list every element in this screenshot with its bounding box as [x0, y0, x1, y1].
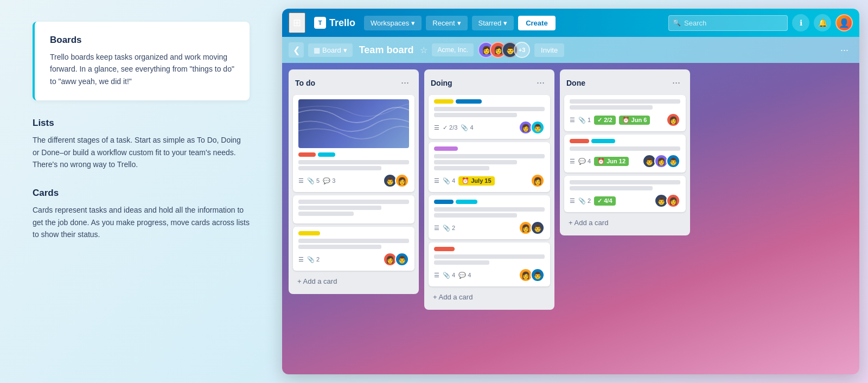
checklist-badge: ✓ 2/3 [443, 124, 457, 131]
list-badge: ☰ [434, 124, 439, 131]
card-todo-2[interactable] [293, 195, 414, 224]
card-lines [570, 99, 680, 110]
chevron-down-icon: ▾ [457, 19, 461, 27]
starred-button[interactable]: Starred ▾ [472, 16, 514, 30]
card-todo-1[interactable]: ☰ 📎 5 💬 3 👨 👩 [293, 95, 414, 192]
attachment-badge: 📎 4 [443, 177, 455, 184]
list-menu-todo[interactable]: ··· [398, 76, 412, 90]
attachment-badge: 📎 2 [578, 197, 591, 205]
star-button[interactable]: ☆ [420, 45, 427, 55]
list-todo: To do ··· [289, 69, 419, 294]
card-doing-3[interactable]: ☰ 📎 2 👩 👨 [429, 195, 550, 239]
add-card-done[interactable]: + Add a card [564, 215, 686, 230]
card-lines [434, 207, 545, 218]
card-meta: ☰ 📎 2 👩 👨 [298, 252, 409, 266]
card-badges: ☰ 📎 4 ⏰ July 15 [434, 176, 495, 186]
list-badge: ☰ [298, 256, 304, 263]
card-avatar: 👩 [395, 174, 409, 188]
label-cyan [318, 152, 335, 157]
lists-text: The different stages of a task. Start as… [33, 134, 250, 170]
label-purple [434, 146, 458, 151]
info-button[interactable]: ℹ [792, 14, 809, 31]
card-meta: ☰ 📎 4 ⏰ July 15 👩 [434, 174, 545, 188]
search-input[interactable] [668, 15, 788, 31]
notifications-button[interactable]: 🔔 [814, 14, 831, 31]
card-avatar: 👨 [395, 252, 409, 266]
boards-text: Trello boards keep tasks organized and w… [50, 51, 234, 87]
member-count[interactable]: +3 [514, 42, 530, 58]
card-done-3[interactable]: ☰ 📎 2 ✓ 4/4 👨 👩 [564, 176, 686, 212]
list-done: Done ··· ☰ 📎 1 ✓ 2/2 ⏰ Jun 6 [560, 69, 690, 235]
left-panel: Boards Trello boards keep tasks organize… [0, 0, 282, 383]
label-yellow [434, 99, 454, 104]
date-badge-green: ⏰ Jun 6 [619, 116, 650, 125]
card-done-1[interactable]: ☰ 📎 1 ✓ 2/2 ⏰ Jun 6 👩 [564, 95, 686, 131]
chevron-down-icon: ▾ [343, 46, 347, 54]
label-blue [456, 99, 482, 104]
list-badge: ☰ [570, 117, 575, 124]
card-lines [298, 160, 409, 170]
attachment-badge: 📎 4 [461, 124, 473, 131]
card-doing-4[interactable]: ☰ 📎 4 💬 4 👩 👨 [429, 242, 550, 286]
card-done-2[interactable]: ☰ 💬 4 ⏰ Jun 12 👨 👩 👨 [564, 135, 686, 173]
recent-button[interactable]: Recent ▾ [426, 16, 467, 30]
sidebar-toggle-button[interactable]: ❮ [289, 42, 304, 58]
card-doing-1[interactable]: ☰ ✓ 2/3 📎 4 👩 👨 [429, 95, 550, 139]
add-card-todo[interactable]: + Add a card [293, 274, 414, 289]
workspaces-button[interactable]: Workspaces ▾ [364, 16, 422, 30]
card-avatar: 👨 [531, 221, 545, 235]
card-avatars: 👩 👨 [383, 252, 409, 266]
list-header-todo: To do ··· [293, 75, 414, 91]
card-todo-3[interactable]: ☰ 📎 2 👩 👨 [293, 227, 414, 271]
card-avatar: 👩 [531, 174, 545, 188]
checklist-badge-green: ✓ 4/4 [594, 196, 615, 206]
list-title-todo: To do [295, 79, 315, 87]
invite-button[interactable]: Invite [534, 43, 564, 57]
card-avatars: 👨 👩 [654, 194, 680, 208]
card-badges: ☰ ✓ 2/3 📎 4 [434, 124, 474, 131]
comment-badge: 💬 4 [578, 158, 591, 165]
card-labels [570, 139, 680, 143]
trello-board: ⊞ T Trello Workspaces ▾ Recent ▾ Starred… [282, 9, 859, 374]
card-image [298, 99, 409, 148]
card-badges: ☰ 📎 2 [434, 225, 455, 232]
list-header-doing: Doing ··· [429, 75, 550, 91]
card-badges: ☰ 📎 2 ✓ 4/4 [570, 196, 616, 206]
attachment-badge: 📎 2 [443, 225, 455, 232]
trello-logo: T Trello [310, 15, 360, 31]
workspace-button[interactable]: Acme, Inc. [432, 43, 474, 56]
add-card-doing[interactable]: + Add a card [429, 290, 550, 304]
board-view-button[interactable]: ▦ Board ▾ [308, 43, 353, 57]
card-labels [298, 231, 409, 235]
board-view-icon: ▦ [314, 46, 320, 54]
search-wrapper [668, 15, 788, 31]
board-more-button[interactable]: ··· [836, 42, 853, 58]
list-menu-done[interactable]: ··· [669, 76, 684, 90]
comment-badge: 💬 4 [458, 272, 471, 279]
boards-section: Boards Trello boards keep tasks organize… [33, 22, 250, 100]
list-title-done: Done [566, 79, 585, 87]
card-avatar: 👨 [531, 120, 545, 135]
list-badge: ☰ [298, 177, 304, 184]
grid-menu-button[interactable]: ⊞ [289, 12, 305, 33]
create-button[interactable]: Create [518, 16, 555, 30]
card-avatar: 👩 [666, 194, 680, 208]
card-doing-2[interactable]: ☰ 📎 4 ⏰ July 15 👩 [429, 142, 550, 192]
user-avatar[interactable]: 👤 [835, 14, 853, 31]
label-teal [456, 200, 477, 204]
card-meta: ☰ ✓ 2/3 📎 4 👩 👨 [434, 120, 545, 135]
lists-section: Lists The different stages of a task. St… [33, 118, 250, 170]
card-meta: ☰ 📎 5 💬 3 👨 👩 [298, 174, 409, 188]
list-badge: ☰ [570, 158, 575, 165]
card-badges: ☰ 📎 1 ✓ 2/2 ⏰ Jun 6 [570, 116, 650, 125]
card-badges: ☰ 💬 4 ⏰ Jun 12 [570, 157, 629, 166]
card-labels [434, 200, 545, 204]
date-badge-green: ⏰ Jun 12 [594, 157, 629, 166]
card-avatars: 👩 👨 [519, 221, 545, 235]
card-lines [298, 239, 409, 249]
cards-text: Cards represent tasks and ideas and hold… [33, 204, 250, 240]
card-labels [298, 152, 409, 157]
card-lines [570, 180, 680, 190]
list-menu-doing[interactable]: ··· [533, 76, 548, 90]
comment-badge: 💬 3 [323, 177, 335, 184]
